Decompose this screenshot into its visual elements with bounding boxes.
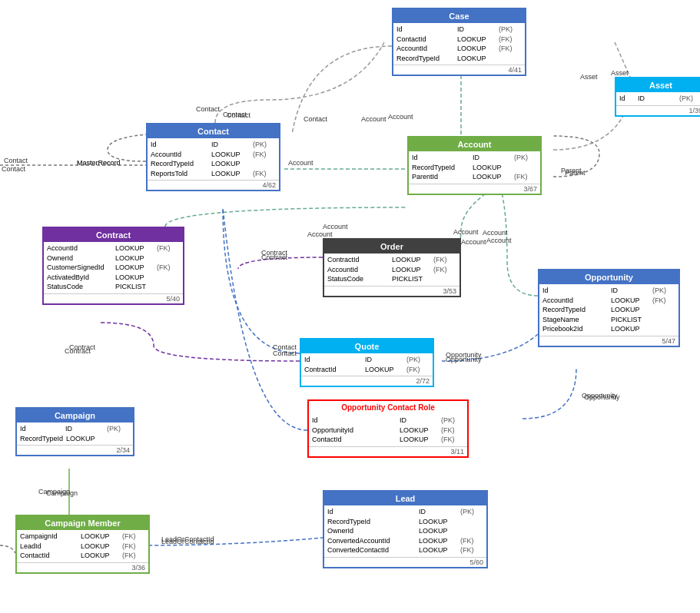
entity-opportunity: Opportunity Id ID (PK) AccountId LOOKUP … [538,269,680,347]
table-row: Id ID (PK) [304,355,430,365]
entity-opportunity-header: Opportunity [539,270,678,284]
entity-contract-body: AccountId LOOKUP (FK) OwnerId LOOKUP Cus… [44,242,183,293]
rel-label-opportunity-ocr: Opportunity [582,392,618,399]
table-row: Id ID (PK) [619,94,700,104]
rel-label-asset: Asset [580,73,598,81]
entity-contact: Contact Id ID (PK) AccountId LOOKUP (FK)… [146,123,280,191]
table-row: AccountId LOOKUP (FK) [47,244,180,253]
table-row: ConvertedAccountId LOOKUP (FK) [327,536,483,546]
svg-text:Account: Account [388,113,413,121]
table-row: Id ID (PK) [396,25,522,35]
table-row: CampaignId LOOKUP (FK) [20,532,145,542]
entity-account-header: Account [409,138,540,151]
table-row: RecordTypeId LOOKUP [327,517,483,527]
rel-label-opportunity-quote: Opportunity [446,356,482,363]
entity-campaign-member: Campaign Member CampaignId LOOKUP (FK) L… [15,515,150,574]
rel-label-parent: Parent [565,169,586,177]
entity-opportunity-body: Id ID (PK) AccountId LOOKUP (FK) RecordT… [539,284,678,336]
rel-label-contact-top: Contact [227,111,250,119]
rel-label-masterrecord: MasterRecord [77,159,121,167]
entity-campaign: Campaign Id ID (PK) RecordTypeId LOOKUP … [15,407,134,456]
entity-asset-header: Asset [616,78,700,92]
table-row: RecordTypeId LOOKUP [151,159,276,169]
entity-contact-footer: 4/62 [148,180,279,190]
table-row: Pricebook2Id LOOKUP [542,324,675,334]
entity-quote-header: Quote [301,340,433,353]
entity-campaign-member-header: Campaign Member [17,516,148,530]
table-row: AccountId LOOKUP (FK) [151,150,276,160]
table-row: Id ID (PK) [151,140,276,150]
entity-opp-contact-role-header: Opportunity Contact Role [309,401,467,414]
entity-lead: Lead Id ID (PK) RecordTypeId LOOKUP Owne… [323,490,488,568]
diagram-canvas: Asset Contact Account Parent MasterRecor… [0,0,700,613]
table-row: CustomerSignedId LOOKUP (FK) [47,263,180,273]
entity-quote-body: Id ID (PK) ContractId LOOKUP (FK) [301,353,433,376]
table-row: ContactId LOOKUP (FK) [396,35,522,45]
table-row: LeadId LOOKUP (FK) [20,542,145,552]
table-row: ContractId LOOKUP (FK) [327,255,456,265]
svg-text:Contact: Contact [196,105,221,113]
entity-quote: Quote Id ID (PK) ContractId LOOKUP (FK) … [300,338,434,387]
rel-label-contact2: Contact [304,115,327,123]
table-row: AccountId LOOKUP (FK) [396,44,522,54]
entity-asset-footer: 1/39 [616,105,700,115]
table-row: AccountId LOOKUP (FK) [542,296,675,306]
entity-opportunity-footer: 5/47 [539,336,678,346]
table-row: RecordTypeId LOOKUP [542,305,675,315]
entity-case-body: Id ID (PK) ContactId LOOKUP (FK) Account… [393,23,525,65]
rel-label-account-right2: Account [486,237,512,244]
table-row: ContractId LOOKUP (FK) [304,365,430,375]
entity-case-header: Case [393,9,525,23]
table-row: StatusCode PICKLIST [47,282,180,292]
rel-label-campaign: Campaign [38,488,70,495]
table-row: OpportunityId LOOKUP (FK) [312,426,464,436]
table-row: ConvertedContactId LOOKUP (FK) [327,545,483,555]
table-row: ContactId LOOKUP (FK) [312,435,464,445]
rel-label-contract-quote: Contract [65,347,91,355]
rel-label-contract: Contract [261,253,287,261]
table-row: ContactId LOOKUP (FK) [20,551,145,561]
entity-contact-header: Contact [148,124,279,138]
entity-order-footer: 3/53 [324,286,459,296]
entity-order-body: ContractId LOOKUP (FK) AccountId LOOKUP … [324,253,459,286]
entity-opp-contact-role-body: Id ID (PK) OpportunityId LOOKUP (FK) Con… [309,414,467,446]
rel-label-account-top: Account [361,115,386,123]
rel-label-account-mid: Account [307,230,333,238]
entity-campaign-member-body: CampaignId LOOKUP (FK) LeadId LOOKUP (FK… [17,530,148,562]
table-row: RecordTypeId LOOKUP [20,434,130,444]
entity-campaign-member-footer: 3/36 [17,562,148,572]
table-row: ActivatedById LOOKUP [47,273,180,283]
table-row: ParentId LOOKUP (FK) [412,172,537,182]
svg-text:Account: Account [288,159,314,167]
table-row: StatusCode PICKLIST [327,274,456,284]
entity-opp-contact-role: Opportunity Contact Role Id ID (PK) Oppo… [307,399,469,458]
entity-campaign-header: Campaign [17,409,133,422]
table-row: Id ID (PK) [327,507,483,517]
entity-contact-body: Id ID (PK) AccountId LOOKUP (FK) RecordT… [148,138,279,180]
rel-label-account-right: Account [483,229,508,237]
entity-order-header: Order [324,240,459,253]
svg-text:Contact: Contact [4,157,28,164]
table-row: RecordTypeId LOOKUP [396,54,522,64]
table-row: Id ID (PK) [20,424,130,434]
entity-asset: Asset Id ID (PK) 1/39 [615,77,700,117]
rel-label-leadcontactid: LeadOrContactId [161,538,214,545]
rel-label-contact-left: Contact [2,165,25,173]
rel-label-contact-quote: Contact [273,350,297,357]
table-row: Id ID (PK) [542,286,675,296]
entity-opp-contact-role-footer: 3/11 [309,446,467,456]
entity-account-body: Id ID (PK) RecordTypeId LOOKUP ParentId … [409,151,540,184]
svg-text:Account: Account [323,223,348,230]
entity-account-footer: 3/67 [409,184,540,194]
table-row: Id ID (PK) [312,416,464,426]
entity-lead-body: Id ID (PK) RecordTypeId LOOKUP OwnerId L… [324,505,486,557]
table-row: OwnerId LOOKUP [327,526,483,536]
table-row: StageName PICKLIST [542,315,675,325]
entity-contract-footer: 5/40 [44,293,183,303]
entity-contract-header: Contract [44,228,183,242]
svg-line-0 [615,42,630,77]
entity-case-footer: 4/41 [393,65,525,75]
entity-order: Order ContractId LOOKUP (FK) AccountId L… [323,238,461,297]
entity-account: Account Id ID (PK) RecordTypeId LOOKUP P… [407,136,542,195]
svg-text:Account: Account [461,238,486,246]
